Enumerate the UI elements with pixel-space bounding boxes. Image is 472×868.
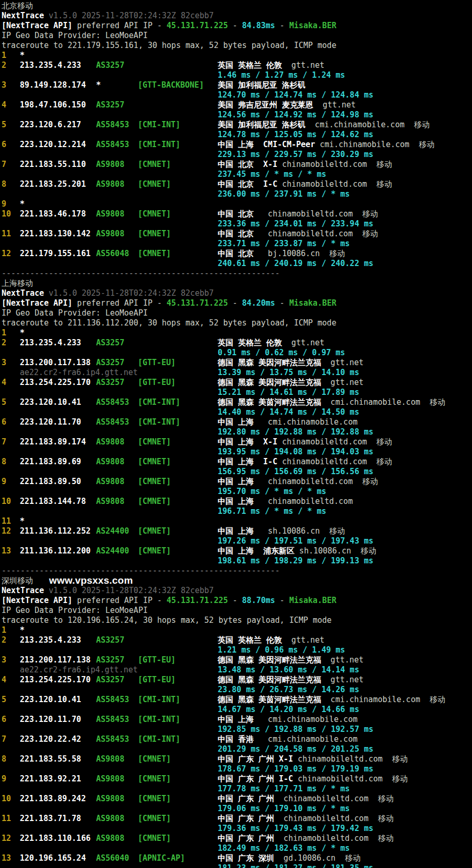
hop-rtt-line: 233.36 ms / 234.01 ms / 233.94 ms [0, 219, 472, 229]
hop-rtt-line: 236.00 ms / 237.91 ms / * ms [0, 189, 472, 199]
hop-ip: 213.235.4.233 [20, 338, 81, 348]
hop-host: cmi.chinamobile.com [305, 120, 405, 129]
hop-hostname: ae22.cr2-fra6.ip4.gtt.net [20, 368, 138, 378]
hop-asn: * [96, 80, 101, 90]
hop-geo-group: 美国 弗吉尼亚州 麦克莱恩 gtt.net [218, 100, 356, 110]
hop-ip: 223.120.11.70 [20, 715, 81, 725]
hop-rtt: 193.95 ms / 194.08 ms / 194.03 ms [218, 447, 373, 457]
hop-geo: 中国 广东 广州 [218, 834, 274, 843]
hop-attr: [GTT-EU] [138, 358, 175, 368]
hop-ip: 221.183.55.110 [20, 160, 86, 170]
hop-host: chinamobileltd.com [274, 794, 369, 803]
app-version: v1.5.0 2025-11-28T02:24:32Z 82cebb7 [44, 288, 214, 298]
hop-host: chinamobileltd.com [277, 160, 367, 169]
hop-number: 4 [2, 378, 6, 388]
hop-ip: 221.183.92.21 [20, 774, 81, 784]
hop-ip: 221.183.144.78 [20, 497, 86, 507]
hop-carrier: 移动 [383, 754, 408, 764]
api-dash: - [228, 298, 242, 308]
hop-geo: 英国 英格兰 伦敦 [218, 61, 282, 70]
hop-line: 5223.120.10.41AS58453[CMI-INT]德国 黑森 美茵河畔… [0, 695, 472, 705]
hop-geo: 中国 北京 I-C [218, 179, 277, 189]
hop-carrier: 移动 [420, 397, 445, 407]
hop-host: cmi.chinamobile.com [254, 734, 358, 744]
hop-rtt: 124.70 ms / 124.74 ms / 124.84 ms [218, 90, 373, 100]
hop-geo: 德国 黑森 美因河畔法兰克福 [218, 675, 321, 684]
hop-geo: 美国 加利福尼亚 洛杉矶 [218, 80, 305, 90]
hop-asn: AS9808 [96, 229, 124, 239]
hop-ip: 221.183.130.142 [20, 229, 90, 239]
hop-line: 8221.183.25.201AS9808[CMNET]中国 北京 I-C ch… [0, 179, 472, 189]
hop-line: 9* [0, 199, 472, 209]
hop-geo: 德国 黑森 美因河畔法兰克福 [218, 378, 321, 387]
hop-rtt-line: 237.45 ms / * ms / * ms [0, 170, 472, 179]
hop-host: sh.10086.cn [294, 546, 351, 556]
hop-rtt: 240.61 ms / 240.19 ms / 240.22 ms [218, 259, 373, 269]
traceroute-line: traceroute to 221.179.155.161, 30 hops m… [0, 41, 472, 51]
hop-asn: AS56048 [96, 249, 129, 259]
hop-rtt: 181.23 ms / 181.27 ms / 181.35 ms [218, 863, 373, 868]
hop-ip: 213.254.225.170 [20, 378, 90, 388]
hop-attr: [CMI-INT] [138, 695, 180, 705]
hop-ip: 221.183.89.174 [20, 437, 86, 447]
hop-host: chinamobileltd.com [274, 814, 369, 823]
hop-geo: 中国 北京 [218, 229, 254, 238]
hop-number: 13 [2, 853, 11, 863]
hop-attr: [CMNET] [138, 437, 171, 447]
hop-geo-group: 中国 广东 广州 I-C chinamobileltd.com 移动 [218, 774, 408, 784]
hop-ip: 213.254.225.170 [20, 675, 90, 685]
hop-line: 10221.183.89.242AS9808[CMNET]中国 广东 广州 ch… [0, 794, 472, 804]
hop-line: 12221.183.110.166AS9808[CMNET]中国 广东 广州 c… [0, 834, 472, 843]
hop-geo: 中国 上海 [218, 526, 254, 536]
hop-number: 10 [2, 497, 11, 507]
api-label: [NextTrace API] [2, 596, 72, 605]
hop-geo-group: 中国 北京 chinamobileltd.com 移动 [218, 209, 378, 219]
hop-number: 5 [2, 120, 6, 130]
hop-rtt: 178.67 ms / 179.03 ms / 179.19 ms [218, 764, 373, 774]
hop-ip: 223.120.6.217 [20, 120, 81, 130]
hop-rtt: 14.67 ms / 14.20 ms / 14.66 ms [218, 705, 359, 715]
hop-geo-group: 英国 英格兰 伦敦 gtt.net [218, 635, 324, 645]
hop-line: 10221.183.46.178AS9808[CMNET]中国 北京 china… [0, 209, 472, 219]
hop-line: 6223.120.11.70AS58453[CMI-INT]中国 上海 cmi.… [0, 715, 472, 725]
hop-number: 4 [2, 675, 6, 685]
hop-asn: AS58453 [96, 715, 129, 725]
hop-asn: AS58453 [96, 734, 129, 744]
hop-rtt: 196.71 ms / * ms / * ms [218, 507, 326, 516]
hop-geo-group: 中国 上海 I-C chinamobileltd.com 移动 [218, 457, 392, 467]
hop-line: 13120.196.165.24AS56040[APNIC-AP]中国 广东 深… [0, 853, 472, 863]
hop-line: 389.149.128.174*[GTT-BACKBONE]美国 加利福尼亚 洛… [0, 80, 472, 90]
hop-carrier: 移动 [367, 457, 392, 466]
hop-number: 10 [2, 794, 11, 804]
hop-carrier: 移动 [335, 853, 360, 863]
hop-rtt-line: 201.29 ms / 204.58 ms / 201.25 ms [0, 744, 472, 754]
hop-geo-group: 美国 加利福尼亚 洛杉矶 cmi.chinamobile.com 移动 [218, 120, 430, 130]
hop-geo: 德国 黑森 美茵河畔法兰克福 [218, 397, 321, 407]
hop-line: 7221.183.55.110AS9808[CMNET]中国 北京 X-I ch… [0, 160, 472, 170]
hop-asn: AS58453 [96, 397, 129, 407]
hop-asn: AS9808 [96, 497, 124, 507]
hop-carrier: 移动 [367, 160, 392, 169]
hop-carrier: 移动 [351, 546, 376, 556]
provider-line: IP Geo Data Provider: LeoMoeAPI [0, 606, 472, 616]
hop-host: chinamobileltd.com [277, 437, 367, 447]
hop-geo-group: 中国 上海 浦东新区 sh.10086.cn 移动 [218, 546, 376, 556]
hop-geo-group: 中国 北京 bj.10086.cn 移动 [218, 249, 345, 259]
hop-host: gtt.net [282, 635, 324, 645]
hop-number: 7 [2, 734, 6, 744]
traceroute-text: traceroute to 221.179.155.161, 30 hops m… [2, 41, 336, 50]
hop-rtt: 14.40 ms / 14.74 ms / 14.50 ms [218, 407, 359, 417]
hop-rtt-line: 23.80 ms / 26.73 ms / 14.26 ms [0, 685, 472, 695]
hop-geo-group: 中国 上海 X-I chinamobileltd.com 移动 [218, 437, 392, 447]
api-text: preferred API IP - [72, 298, 167, 308]
traceroute-line: traceroute to 211.136.112.200, 30 hops m… [0, 318, 472, 328]
hop-host: gtt.net [282, 61, 324, 70]
hop-host: gtt.net [321, 378, 363, 387]
hop-number: 4 [2, 100, 6, 110]
hop-attr: [CMNET] [138, 160, 171, 170]
hop-geo: 德国 黑森 美因河畔法兰克福 [218, 358, 321, 367]
hop-rtt: 13.39 ms / 13.75 ms / 14.10 ms [218, 368, 359, 378]
hop-carrier: 移动 [369, 834, 394, 843]
hop-number: 1 [2, 51, 6, 61]
api-text: preferred API IP - [72, 596, 167, 605]
